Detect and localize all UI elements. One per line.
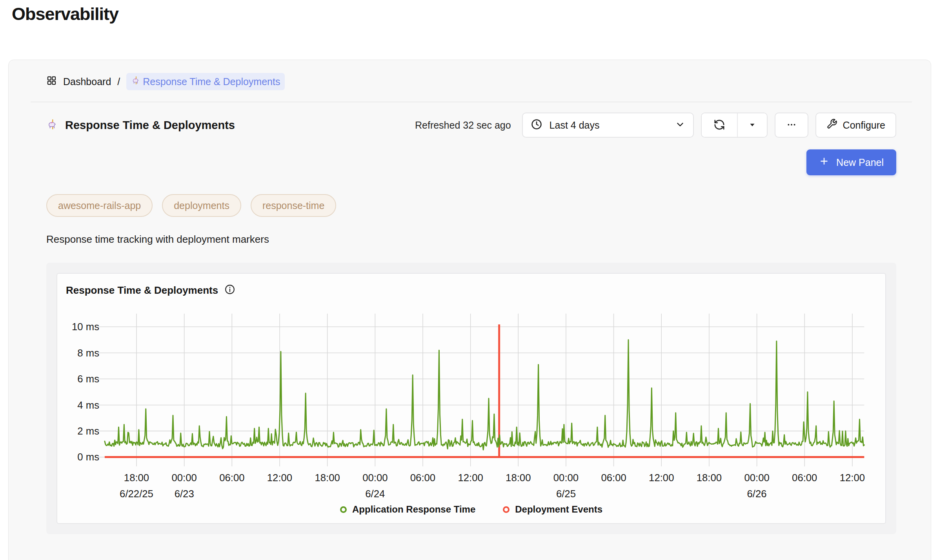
tag-deployments[interactable]: deployments	[162, 194, 241, 217]
svg-text:00:00: 00:00	[744, 472, 769, 483]
svg-text:8 ms: 8 ms	[77, 347, 99, 358]
refresh-button[interactable]	[702, 113, 737, 137]
panel-description: Response time tracking with deployment m…	[46, 233, 896, 245]
svg-text:6/25: 6/25	[556, 488, 576, 499]
time-range-value: Last 4 days	[550, 120, 668, 131]
chart-card: Response Time & Deployments 0 ms2 ms4 ms…	[56, 273, 886, 524]
chart-title: Response Time & Deployments	[66, 284, 218, 296]
svg-text:12:00: 12:00	[840, 472, 865, 483]
legend-application-response-time[interactable]: Application Response Time	[340, 504, 475, 515]
chevron-down-icon	[675, 119, 685, 131]
legend-deployment-events[interactable]: Deployment Events	[503, 504, 602, 515]
dashboard-grid-icon[interactable]	[46, 75, 57, 88]
dashboard-panel: Dashboard / Response Time & Deployments	[8, 60, 931, 560]
svg-text:18:00: 18:00	[506, 472, 531, 483]
svg-text:00:00: 00:00	[362, 472, 388, 483]
ellipsis-icon	[786, 119, 797, 131]
svg-text:6/23: 6/23	[175, 488, 194, 499]
svg-text:06:00: 06:00	[219, 472, 244, 483]
svg-text:18:00: 18:00	[124, 472, 149, 483]
chart-legend: Application Response Time Deployment Eve…	[66, 500, 877, 518]
svg-text:06:00: 06:00	[410, 472, 435, 483]
svg-text:6/26: 6/26	[747, 488, 767, 499]
svg-text:18:00: 18:00	[697, 472, 722, 483]
refresh-icon	[713, 119, 725, 132]
chart-plot[interactable]: 0 ms2 ms4 ms6 ms8 ms10 ms18:006/22/2500:…	[66, 302, 877, 500]
caret-down-icon	[748, 120, 757, 131]
svg-text:10 ms: 10 ms	[72, 321, 99, 332]
carousel-horse-icon	[46, 118, 58, 132]
svg-text:12:00: 12:00	[267, 472, 292, 483]
refresh-button-group	[701, 113, 768, 138]
page-title: Observability	[12, 4, 118, 24]
chart-panel-wrapper: Response Time & Deployments 0 ms2 ms4 ms…	[46, 263, 896, 534]
refreshed-status: Refreshed 32 sec ago	[415, 120, 511, 131]
configure-button[interactable]: Configure	[815, 113, 896, 138]
panel-controls: Refreshed 32 sec ago Last 4 days	[415, 113, 896, 138]
svg-text:06:00: 06:00	[792, 472, 817, 483]
red-series-marker-icon	[503, 506, 510, 513]
clock-icon	[531, 118, 542, 132]
new-panel-label: New Panel	[836, 157, 884, 168]
breadcrumb-dashboard-link[interactable]: Dashboard	[63, 76, 111, 87]
info-icon[interactable]	[224, 284, 235, 296]
panel-title: Response Time & Deployments	[65, 119, 235, 132]
plus-icon	[819, 156, 829, 169]
svg-text:06:00: 06:00	[601, 472, 626, 483]
more-options-button[interactable]	[775, 113, 808, 138]
svg-text:00:00: 00:00	[172, 472, 197, 483]
time-range-select[interactable]: Last 4 days	[522, 113, 694, 138]
svg-text:6/24: 6/24	[365, 488, 385, 499]
breadcrumb: Dashboard / Response Time & Deployments	[46, 72, 896, 91]
svg-text:0 ms: 0 ms	[77, 451, 99, 462]
svg-text:6/22/25: 6/22/25	[120, 488, 153, 499]
breadcrumb-current-label: Response Time & Deployments	[143, 76, 280, 87]
header-divider	[31, 102, 912, 102]
configure-label: Configure	[843, 120, 885, 131]
breadcrumb-current-chip[interactable]: Response Time & Deployments	[126, 73, 285, 90]
tags-row: awesome-rails-app deployments response-t…	[46, 194, 896, 217]
breadcrumb-separator: /	[117, 76, 120, 87]
tag-response-time[interactable]: response-time	[251, 194, 336, 217]
svg-text:18:00: 18:00	[315, 472, 340, 483]
tools-icon	[826, 118, 837, 132]
svg-text:12:00: 12:00	[649, 472, 674, 483]
green-series-marker-icon	[340, 506, 347, 513]
svg-text:2 ms: 2 ms	[77, 425, 99, 436]
svg-text:4 ms: 4 ms	[77, 400, 99, 411]
new-panel-button[interactable]: New Panel	[806, 149, 896, 175]
refresh-interval-dropdown[interactable]	[737, 113, 767, 137]
new-panel-row: New Panel	[46, 149, 896, 175]
svg-text:12:00: 12:00	[458, 472, 483, 483]
svg-text:6 ms: 6 ms	[77, 373, 99, 384]
svg-text:00:00: 00:00	[553, 472, 579, 483]
carousel-horse-icon	[131, 76, 140, 87]
tag-awesome-rails-app[interactable]: awesome-rails-app	[46, 194, 153, 217]
panel-header: Response Time & Deployments Refreshed 32…	[46, 113, 896, 138]
